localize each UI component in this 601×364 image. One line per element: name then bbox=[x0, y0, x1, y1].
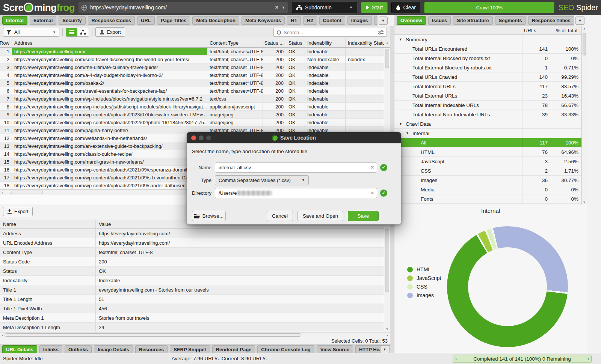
col-header-indexability-status[interactable]: Indexability Statu bbox=[346, 38, 384, 47]
right-tab[interactable]: Site Structure bbox=[453, 16, 492, 25]
browse-button[interactable]: Browse... bbox=[192, 211, 226, 221]
main-tab[interactable]: URL bbox=[137, 16, 155, 25]
details-vertical-scrollbar[interactable]: ∨ bbox=[384, 220, 390, 331]
col-header-urls[interactable]: URLs bbox=[524, 28, 536, 33]
overview-tree-row[interactable]: Total External URLs 23 16.43% bbox=[394, 91, 581, 101]
scroll-right-icon[interactable]: › bbox=[385, 332, 390, 337]
overview-tree-row[interactable]: Total Internal Indexable URLs 78 66.67% bbox=[394, 101, 581, 110]
crawl-url-value[interactable]: https://everydayimtravelling.com/ bbox=[90, 5, 272, 11]
main-tab[interactable]: Images bbox=[347, 16, 372, 25]
completed-progress-bar[interactable]: ‹ Completed 141 of 141 (100%) 0 Remainin… bbox=[453, 355, 592, 363]
scrollbar-thumb[interactable] bbox=[385, 229, 389, 292]
legend-item[interactable]: JavaScript bbox=[407, 275, 441, 281]
table-row[interactable]: 9 https://everydayimtravelling.com/wp-co… bbox=[0, 111, 384, 119]
search-filters-icon[interactable] bbox=[378, 30, 384, 35]
crawl-mode-select[interactable]: Subdomain ▼ bbox=[292, 2, 357, 13]
main-tab[interactable]: Page Titles bbox=[157, 16, 190, 25]
table-row[interactable]: 4 https://everydayimtravelling.com/a-4-d… bbox=[0, 71, 384, 79]
progress-next-icon[interactable]: › bbox=[585, 355, 591, 362]
overview-tree-row[interactable]: Total Internal URLs 117 83.57% bbox=[394, 82, 581, 91]
overview-tree-row[interactable]: HTML 76 64.96% bbox=[394, 147, 581, 157]
tree-view-button[interactable] bbox=[77, 28, 89, 36]
main-tabs-overflow-button[interactable]: ▼ bbox=[379, 17, 388, 25]
legend-item[interactable]: HTML bbox=[407, 266, 441, 272]
crawl-url-input[interactable]: https://everydayimtravelling.com/ ✕ ▼ bbox=[79, 2, 288, 13]
right-tabs-overflow-button[interactable]: ▼ bbox=[575, 17, 584, 25]
table-row[interactable]: 7 https://everydayimtravelling.com/wp-in… bbox=[0, 95, 384, 103]
detail-row[interactable]: Status Code 200 bbox=[0, 257, 384, 266]
table-row[interactable]: 3 https://everydayimtravelling.com/the-u… bbox=[0, 63, 384, 71]
clear-button[interactable]: Clear bbox=[391, 2, 420, 13]
col-header-status-code[interactable]: Status ... bbox=[263, 38, 286, 47]
col-header-pct[interactable]: % of Total bbox=[556, 28, 577, 33]
main-tab[interactable]: Canonicals bbox=[374, 16, 378, 25]
directory-value[interactable]: /Users/e bbox=[219, 190, 237, 196]
main-tab[interactable]: H2 bbox=[303, 16, 317, 25]
scroll-up-icon[interactable]: ∧ bbox=[582, 26, 587, 32]
overview-tree-row[interactable]: ▼Crawl Data bbox=[394, 119, 581, 129]
details-horizontal-scrollbar[interactable]: ‹ › bbox=[0, 332, 390, 337]
detail-export-button[interactable]: Export bbox=[3, 207, 33, 216]
scrollbar-thumb[interactable] bbox=[11, 191, 43, 194]
dialog-titlebar[interactable]: Save Location bbox=[187, 132, 401, 143]
overview-tree-row[interactable]: ▼Summary bbox=[394, 35, 581, 44]
detail-row[interactable]: Indexability Indexable bbox=[0, 276, 384, 285]
search-input[interactable]: Search... bbox=[273, 28, 387, 37]
overview-vertical-scrollbar[interactable]: ∧ ∨ bbox=[581, 26, 587, 205]
filter-select[interactable]: All ▼ bbox=[3, 28, 59, 37]
main-tab[interactable]: Meta Keywords bbox=[242, 16, 285, 25]
overview-tree-row[interactable]: Images 36 30.77% bbox=[394, 176, 581, 185]
legend-item[interactable]: CSS bbox=[407, 284, 441, 290]
file-type-select[interactable]: Comma Separated Values (*.csv) ▼ bbox=[215, 175, 309, 185]
overview-tree-row[interactable]: ▼Internal bbox=[394, 129, 581, 138]
zoom-window-icon[interactable] bbox=[206, 135, 211, 140]
col-header-indexability[interactable]: Indexability bbox=[305, 38, 346, 47]
directory-field[interactable]: /Users/e ✕ bbox=[215, 188, 377, 198]
right-tab[interactable]: Segments bbox=[495, 16, 526, 25]
start-button[interactable]: Start bbox=[361, 2, 388, 13]
overview-tree-row[interactable]: Total External Blocked by robots.txt 1 0… bbox=[394, 63, 581, 72]
minimize-window-icon[interactable] bbox=[199, 135, 204, 140]
overview-tree-row[interactable]: JavaScript 3 2.56% bbox=[394, 157, 581, 166]
overview-tree-row[interactable]: Total URLs Encountered 141 100% bbox=[394, 44, 581, 54]
overview-tree-row[interactable]: Fonts 0 0% bbox=[394, 194, 581, 204]
overview-tree-row[interactable]: Total Internal Blocked by robots.txt 0 0… bbox=[394, 54, 581, 63]
overview-tree-row[interactable]: All 117 100% bbox=[394, 138, 581, 147]
save-button[interactable]: Save bbox=[348, 211, 379, 221]
scroll-down-icon[interactable]: ∨ bbox=[582, 199, 587, 205]
clear-field-icon[interactable]: ✕ bbox=[371, 165, 374, 170]
bottom-tabs-overflow-button[interactable]: ▼ bbox=[380, 345, 389, 353]
main-tab[interactable]: Response Codes bbox=[88, 16, 135, 25]
detail-row[interactable]: Title 1 Pixel Width 456 bbox=[0, 304, 384, 313]
detail-row[interactable]: Meta Description 1 Length 24 bbox=[0, 323, 384, 331]
main-tab[interactable]: Meta Description bbox=[192, 16, 239, 25]
table-row[interactable]: 2 https://everydayimtravelling.com/solo-… bbox=[0, 56, 384, 63]
legend-item[interactable]: Images bbox=[407, 292, 441, 298]
col-header-status[interactable]: Status bbox=[286, 38, 305, 47]
table-row[interactable]: 1 https://everydayimtravelling.com/ text… bbox=[0, 48, 384, 56]
detail-row[interactable]: Title 1 Length 51 bbox=[0, 295, 384, 304]
detail-row[interactable]: Title 1 everydayimtravelling.com - Stori… bbox=[0, 285, 384, 295]
col-header-row[interactable]: Row bbox=[0, 38, 12, 47]
scroll-down-icon[interactable]: ∨ bbox=[384, 326, 390, 331]
main-tab[interactable]: H1 bbox=[287, 16, 301, 25]
table-row[interactable]: 10 https://everydayimtravelling.com/wp-c… bbox=[0, 119, 384, 126]
right-tab[interactable]: Overview bbox=[397, 16, 426, 25]
add-column-button[interactable]: + bbox=[384, 38, 390, 48]
detail-row[interactable]: Meta Description 1 Stories from our trav… bbox=[0, 313, 384, 323]
scrollbar-thumb[interactable] bbox=[385, 49, 389, 68]
table-row[interactable]: 5 https://everydayimtravelling.com/osaka… bbox=[0, 79, 384, 87]
table-row[interactable]: 6 https://everydayimtravelling.com/trave… bbox=[0, 87, 384, 95]
right-tab[interactable]: Response Times bbox=[528, 16, 574, 25]
table-row[interactable]: 8 https://everydayimtravelling.com/wp-in… bbox=[0, 103, 384, 111]
detail-row[interactable]: URL Encoded Address https://everydayimtr… bbox=[0, 238, 384, 248]
main-tab[interactable]: Security bbox=[59, 16, 85, 25]
export-button[interactable]: Export bbox=[95, 27, 125, 37]
tree-caret-icon[interactable]: ▼ bbox=[399, 38, 403, 41]
save-and-open-button[interactable]: Save and Open bbox=[297, 211, 343, 221]
main-tab[interactable]: Internal bbox=[2, 16, 27, 25]
col-header-content-type[interactable]: Content Type bbox=[207, 38, 263, 47]
overview-tree-row[interactable]: Media 0 0% bbox=[394, 185, 581, 194]
close-window-icon[interactable] bbox=[191, 135, 196, 140]
list-view-button[interactable] bbox=[66, 28, 77, 36]
